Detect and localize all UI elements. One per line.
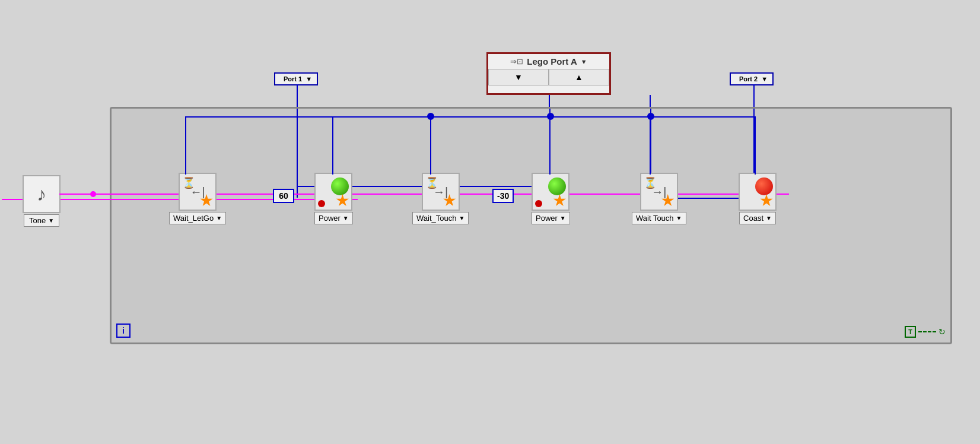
coast-arrow: ▼ [766, 215, 772, 221]
orange-gear-4 [553, 194, 566, 207]
wire-h-blue-3 [551, 116, 651, 118]
wire-h-blue-1 [185, 116, 432, 118]
wire-port2-to-waittouch2 [650, 116, 651, 175]
orange-gear-6 [760, 194, 773, 207]
green-circle-2 [548, 177, 566, 195]
wire-port2-to-coast [755, 116, 756, 175]
coast-label: Coast [743, 214, 763, 223]
arrow-icon-3: →| [651, 185, 666, 199]
timer-dash [918, 331, 936, 332]
power1-icon [314, 173, 352, 211]
lego-port-box[interactable]: ⇒⊡ Lego Port A ▼ ▼ ▲ [486, 52, 611, 95]
spacer1 [181, 114, 182, 115]
wire-h-blue-2 [431, 116, 552, 118]
wait-touch1-icon: ⏳ →| [422, 173, 460, 211]
wait-touch1-label-dropdown[interactable]: Wait_Touch ▼ [412, 212, 469, 224]
wait-touch2-icon: ⏳ →| [640, 173, 678, 211]
coast-icon [739, 173, 777, 211]
wait-letgo-arrow: ▼ [216, 215, 222, 221]
red-dot-2 [535, 200, 542, 207]
port1-dropdown[interactable]: Port 1 ▼ [274, 72, 318, 85]
arrow-left-icon-1: ←| [190, 185, 205, 199]
lego-port-up-button[interactable]: ▲ [549, 69, 609, 85]
wait-letgo-label: Wait_LetGo [173, 214, 214, 223]
tone-music-icon: ♪ [37, 183, 46, 205]
power2-block: Power ▼ [532, 173, 570, 224]
wire-port1-to-waitletgo [185, 116, 186, 175]
canvas: ⇒⊡ Lego Port A ▼ ▼ ▲ Port 1 ▼ Port 2 ▼ i… [0, 0, 980, 444]
port1-label: Port 1 [284, 75, 302, 83]
tone-icon-box: ♪ [23, 175, 61, 213]
wire-port1-inner [297, 109, 298, 198]
coast-block: Coast ▼ [739, 173, 777, 224]
value-60: 60 [279, 191, 288, 201]
power2-label: Power [536, 214, 558, 223]
wire-lego-left-to-waittouch1 [430, 116, 431, 175]
lego-port-down-button[interactable]: ▼ [488, 69, 549, 85]
power1-arrow: ▼ [343, 215, 349, 221]
orange-gear-2 [336, 194, 349, 207]
wait-touch2-arrow: ▼ [676, 215, 682, 221]
green-circle-1 [331, 177, 349, 195]
coast-label-dropdown[interactable]: Coast ▼ [739, 212, 776, 224]
wait-touch1-arrow: ▼ [459, 215, 464, 221]
tone-label: Tone [29, 216, 46, 225]
value-neg30: -30 [497, 191, 509, 201]
main-container: i T ↻ [110, 107, 952, 344]
port2-arrow: ▼ [761, 75, 768, 83]
wait-touch2-label: Wait Touch [636, 214, 674, 223]
tone-label-dropdown[interactable]: Tone ▼ [24, 214, 59, 227]
wait-touch2-label-dropdown[interactable]: Wait Touch ▼ [632, 212, 686, 224]
lego-port-dropdown-arrow: ▼ [581, 58, 587, 65]
wire-lego-to-power1 [332, 116, 333, 175]
arrow-icon-2: →| [433, 185, 448, 199]
wire-lego-to-power2 [549, 116, 551, 175]
value-box-60[interactable]: 60 [273, 189, 294, 203]
timer-T-label: T [905, 326, 916, 338]
power2-arrow: ▼ [560, 215, 566, 221]
info-badge: i [116, 324, 131, 338]
red-dot-1 [318, 200, 325, 207]
value-box-neg30[interactable]: -30 [492, 189, 514, 203]
power1-block: Power ▼ [314, 173, 353, 224]
wait-letgo-block: ⏳ ←| Wait_LetGo ▼ [169, 173, 226, 224]
tone-block: ♪ Tone ▼ [23, 175, 61, 227]
wait-letgo-label-dropdown[interactable]: Wait_LetGo ▼ [169, 212, 226, 224]
power2-label-dropdown[interactable]: Power ▼ [532, 212, 570, 224]
timer-badge: T ↻ [905, 326, 946, 338]
port1-arrow: ▼ [306, 75, 312, 83]
wait-touch2-block: ⏳ →| Wait Touch ▼ [632, 173, 686, 224]
wait-letgo-icon: ⏳ ←| [179, 173, 217, 211]
red-circle-coast [755, 177, 773, 195]
wait-touch1-label: Wait_Touch [416, 214, 456, 223]
timer-refresh-icon: ↻ [938, 327, 946, 337]
tone-dropdown-arrow: ▼ [48, 217, 54, 224]
lego-port-label: Lego Port A [527, 56, 577, 66]
power2-icon [532, 173, 569, 211]
power1-label-dropdown[interactable]: Power ▼ [314, 212, 353, 224]
power1-label: Power [319, 214, 341, 223]
wire-h-blue-4 [651, 116, 755, 118]
port2-label: Port 2 [739, 75, 758, 83]
wait-touch1-block: ⏳ →| Wait_Touch ▼ [412, 173, 469, 224]
port2-dropdown[interactable]: Port 2 ▼ [730, 72, 774, 85]
